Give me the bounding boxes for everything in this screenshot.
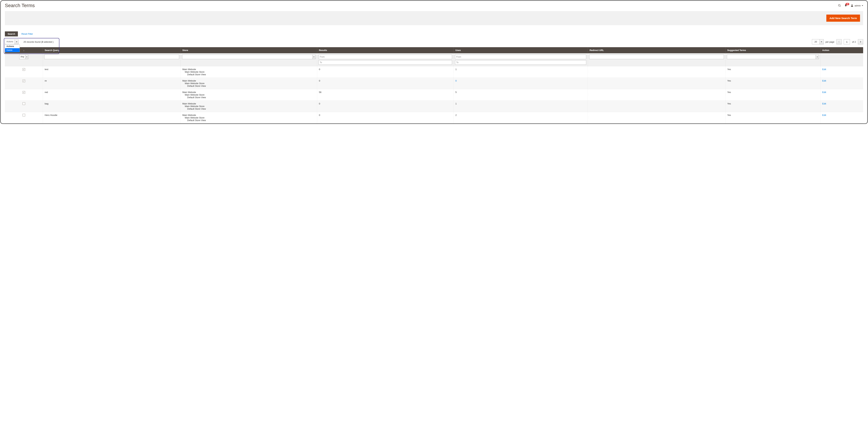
- row-checkbox[interactable]: ✓: [23, 68, 25, 71]
- cell-uses: 2: [454, 112, 588, 124]
- cell-results: 56: [317, 89, 454, 101]
- cell-search-query: test: [43, 66, 181, 78]
- edit-link[interactable]: Edit: [822, 114, 826, 116]
- notifications-badge: 39: [846, 3, 849, 5]
- cell-search-query: red: [43, 89, 181, 101]
- filter-redirect-input[interactable]: [589, 55, 724, 59]
- notifications-icon[interactable]: 39: [844, 4, 847, 7]
- filter-results-to[interactable]: [318, 60, 452, 65]
- next-page-button[interactable]: [858, 39, 863, 44]
- filter-search-query-input[interactable]: [44, 55, 179, 59]
- edit-link[interactable]: Edit: [822, 68, 826, 71]
- cell-uses: 1: [454, 101, 588, 112]
- search-icon[interactable]: [838, 4, 841, 7]
- actions-dropdown-menu: Actions Delete: [5, 44, 20, 52]
- row-checkbox[interactable]: [23, 114, 25, 116]
- chevron-down-icon: [14, 39, 19, 44]
- filter-checkbox-select[interactable]: Any: [19, 55, 28, 59]
- cell-suggested: Yes: [725, 112, 820, 124]
- cell-search-query: Hero Hoodie: [43, 112, 181, 124]
- reset-filter-link[interactable]: Reset Filter: [21, 33, 33, 35]
- filter-suggested-select[interactable]: [727, 55, 819, 59]
- filter-any-label: Any: [20, 55, 25, 59]
- page-number-input[interactable]: [844, 39, 850, 44]
- actions-dropdown-label: Actions: [5, 39, 14, 44]
- cell-store: Main WebsiteMain Website StoreDefault St…: [181, 66, 317, 78]
- svg-point-2: [845, 6, 846, 7]
- row-checkbox[interactable]: ✓: [23, 80, 25, 82]
- cell-suggested: Yes: [725, 89, 820, 101]
- cell-redirect: [588, 89, 725, 101]
- page-total-label: of 2: [852, 41, 856, 43]
- cell-uses: 1: [454, 66, 588, 78]
- cell-redirect: [588, 66, 725, 78]
- records-found-text: 25 records found (3 selected ): [24, 41, 54, 43]
- per-page-select[interactable]: 20: [812, 39, 824, 44]
- chevron-down-icon: [312, 55, 315, 59]
- chevron-down-icon: [862, 5, 863, 6]
- col-header-action: Action: [820, 47, 863, 53]
- cell-search-query: re: [43, 78, 181, 89]
- cell-redirect: [588, 101, 725, 112]
- search-button[interactable]: Search: [5, 31, 18, 36]
- table-row[interactable]: Hero HoodieMain WebsiteMain Website Stor…: [5, 112, 863, 124]
- cell-store: Main WebsiteMain Website StoreDefault St…: [181, 101, 317, 112]
- table-row[interactable]: ✓testMain WebsiteMain Website StoreDefau…: [5, 66, 863, 78]
- cell-store: Main WebsiteMain Website StoreDefault St…: [181, 78, 317, 89]
- actions-menu-header: Actions: [5, 44, 20, 48]
- svg-point-3: [851, 4, 852, 5]
- table-row[interactable]: bagMain WebsiteMain Website StoreDefault…: [5, 101, 863, 112]
- col-header-store[interactable]: Store: [181, 47, 317, 53]
- col-header-suggested-terms[interactable]: Suggested Terms: [725, 47, 820, 53]
- cell-suggested: Yes: [725, 101, 820, 112]
- chevron-down-icon: [25, 55, 28, 59]
- col-header-results[interactable]: Results: [317, 47, 454, 53]
- table-row[interactable]: ✓redMain WebsiteMain Website StoreDefaul…: [5, 89, 863, 101]
- per-page-label: per page: [826, 41, 834, 43]
- edit-link[interactable]: Edit: [822, 79, 826, 82]
- col-header-uses[interactable]: Uses: [454, 47, 588, 53]
- filter-uses-to[interactable]: [455, 60, 586, 65]
- chevron-down-icon: [819, 39, 824, 44]
- cell-store: Main WebsiteMain Website StoreDefault St…: [181, 89, 317, 101]
- chevron-down-icon: [815, 55, 819, 59]
- prev-page-button[interactable]: [836, 39, 842, 44]
- row-checkbox[interactable]: ✓: [23, 91, 25, 94]
- page-title: Search Terms: [5, 3, 35, 8]
- cell-uses: 5: [454, 89, 588, 101]
- cell-results: 0: [317, 112, 454, 124]
- actions-dropdown[interactable]: Actions: [5, 39, 19, 44]
- filter-uses-from[interactable]: [455, 55, 586, 59]
- row-checkbox[interactable]: [23, 102, 25, 105]
- filter-store-select[interactable]: [182, 55, 316, 59]
- cell-suggested: Yes: [725, 66, 820, 78]
- cell-store: Main WebsiteMain Website StoreDefault St…: [181, 112, 317, 124]
- cell-search-query: bag: [43, 101, 181, 112]
- per-page-value: 20: [812, 39, 819, 44]
- col-header-search-query[interactable]: Search Query: [43, 47, 181, 53]
- svg-point-0: [838, 4, 840, 6]
- svg-line-1: [840, 6, 841, 7]
- edit-link[interactable]: Edit: [822, 91, 826, 94]
- edit-link[interactable]: Edit: [822, 102, 826, 105]
- cell-results: 0: [317, 78, 454, 89]
- cell-results: 0: [317, 101, 454, 112]
- filter-results-from[interactable]: [318, 55, 452, 59]
- col-header-redirect-url[interactable]: Redirect URL: [588, 47, 725, 53]
- uses-link[interactable]: 0: [455, 79, 457, 82]
- cell-redirect: [588, 78, 725, 89]
- cell-suggested: Yes: [725, 78, 820, 89]
- table-row[interactable]: ✓reMain WebsiteMain Website StoreDefault…: [5, 78, 863, 89]
- admin-user-label: admin: [855, 4, 861, 7]
- cell-redirect: [588, 112, 725, 124]
- cell-results: 0: [317, 66, 454, 78]
- add-new-search-term-button[interactable]: Add New Search Term: [826, 14, 860, 22]
- actions-menu-delete[interactable]: Delete: [5, 48, 20, 52]
- cell-uses: 0: [454, 78, 588, 89]
- admin-user-menu[interactable]: admin: [850, 4, 863, 7]
